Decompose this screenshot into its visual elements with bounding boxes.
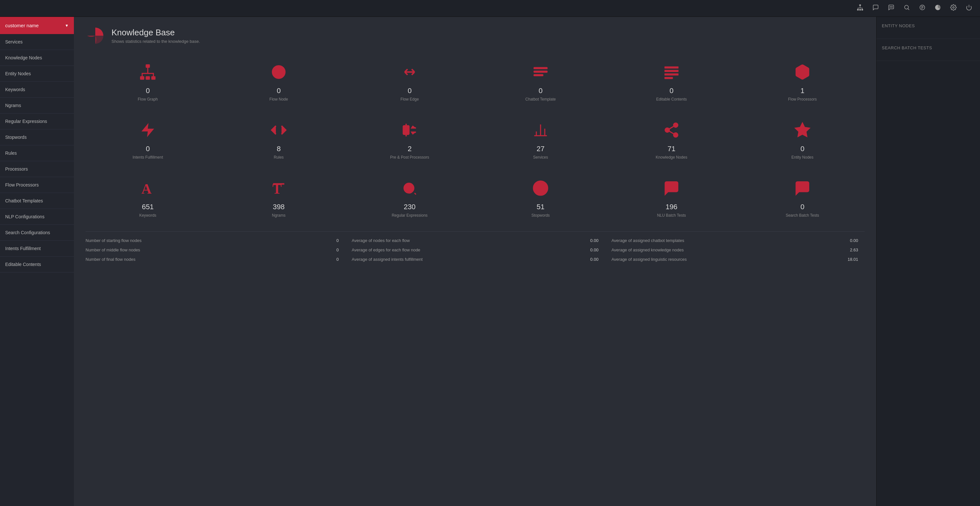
stat-card-keywords[interactable]: A 651 Keywords (86, 173, 210, 222)
stat-card-search-batch-tests[interactable]: 0 Search Batch Tests (740, 173, 865, 222)
svg-rect-17 (533, 74, 543, 77)
stat-label: Average of assigned chatbot templates (611, 238, 684, 243)
search-icon[interactable] (904, 4, 910, 12)
stat-value: 0.00 (590, 247, 598, 252)
stat-value: 0 (336, 247, 339, 252)
bottom-col-1: Number of starting flow nodes 0 Number o… (86, 238, 345, 262)
stat-card-stopwords[interactable]: 51 Stopwords (478, 173, 603, 222)
stat-card-regular-expressions[interactable]: 230 Regular Expressions (347, 173, 472, 222)
settings-icon[interactable] (950, 4, 957, 12)
stat-card-flow-graph[interactable]: 0 Flow Graph (86, 57, 210, 106)
stat-value-entity-nodes: 0 (800, 145, 804, 153)
sidebar-item-entity-nodes[interactable]: Entity Nodes (0, 66, 74, 82)
comment-icon[interactable] (888, 4, 894, 12)
svg-rect-0 (859, 5, 861, 6)
stat-label-rules: Rules (274, 155, 284, 160)
sidebar-item-intents-fulfillment[interactable]: Intents Fulfillment (0, 241, 74, 257)
main-layout: customer name ▼ Services Knowledge Nodes… (0, 17, 980, 506)
sidebar-item-rules[interactable]: Rules (0, 145, 74, 161)
flow-graph-icon (139, 64, 156, 83)
stat-value-regular-expressions: 230 (404, 203, 416, 211)
sidebar-item-chatbot-templates[interactable]: Chatbot Templates (0, 193, 74, 209)
customer-name-item[interactable]: customer name ▼ (0, 17, 74, 34)
stat-label-regular-expressions: Regular Expressions (392, 213, 428, 218)
stat-card-ngrams[interactable]: T 398 Ngrams (216, 173, 341, 222)
stat-value-rules: 8 (277, 145, 281, 153)
svg-point-34 (407, 186, 411, 190)
stat-card-editable-contents[interactable]: 0 Editable Contents (609, 57, 734, 106)
svg-rect-12 (146, 76, 150, 80)
stat-card-intents-fulfillment[interactable]: 0 Intents Fulfillment (86, 115, 210, 164)
stat-card-rules[interactable]: 8 Rules (216, 115, 341, 164)
stat-card-nlu-batch-tests[interactable]: 196 NLU Batch Tests (609, 173, 734, 222)
stat-value-ngrams: 398 (273, 203, 285, 211)
stat-card-knowledge-nodes[interactable]: 71 Knowledge Nodes (609, 115, 734, 164)
org-chart-icon[interactable] (857, 4, 863, 12)
stat-card-flow-edge[interactable]: 0 Flow Edge (347, 57, 472, 106)
sidebar-item-regular-expressions[interactable]: Regular Expressions (0, 113, 74, 129)
sidebar-item-ngrams[interactable]: Ngrams (0, 97, 74, 113)
stat-label: Number of final flow nodes (86, 257, 135, 262)
pie-chart-icon[interactable] (935, 4, 941, 12)
sidebar-item-processors[interactable]: Processors (0, 161, 74, 177)
intents-fulfillment-icon (139, 121, 156, 141)
stat-label: Average of nodes for each flow (352, 238, 410, 243)
stat-card-flow-node[interactable]: 0 Flow Node (216, 57, 341, 106)
knowledge-nodes-icon (663, 121, 680, 141)
stat-value-nlu-batch-tests: 196 (666, 203, 678, 211)
editable-contents-icon (663, 64, 680, 83)
page-header-text: Knowledge Base Shows statistics related … (111, 27, 200, 44)
pre-post-processors-icon (401, 121, 418, 141)
stat-card-flow-processors[interactable]: 1 Flow Processors (740, 57, 865, 106)
chat-bubble-icon[interactable] (872, 4, 879, 12)
stat-label: Number of starting flow nodes (86, 238, 142, 243)
stat-card-entity-nodes[interactable]: 0 Entity Nodes (740, 115, 865, 164)
sidebar-item-nlp-configurations[interactable]: NLP Configurations (0, 209, 74, 225)
stat-value-knowledge-nodes: 71 (668, 145, 675, 153)
sidebar-item-keywords[interactable]: Keywords (0, 82, 74, 97)
sidebar-item-editable-contents[interactable]: Editable Contents (0, 257, 74, 273)
stat-label-entity-nodes: Entity Nodes (791, 155, 813, 160)
stat-row-avg-knowledge-nodes: Average of assigned knowledge nodes 2.63 (611, 247, 858, 252)
stat-label-search-batch-tests: Search Batch Tests (786, 213, 819, 218)
stat-value-flow-graph: 0 (146, 86, 150, 95)
svg-rect-16 (533, 71, 547, 73)
stat-value-editable-contents: 0 (670, 86, 673, 95)
stat-value-flow-node: 0 (277, 86, 281, 95)
svg-rect-11 (140, 76, 144, 80)
stat-label-pre-post-processors: Pre & Post Processors (390, 155, 430, 160)
stat-label: Average of edges for each flow node (352, 247, 420, 252)
speech-icon[interactable] (919, 4, 926, 12)
stat-label-flow-graph: Flow Graph (138, 97, 158, 102)
stat-value-search-batch-tests: 0 (800, 203, 804, 211)
keywords-icon: A (139, 180, 156, 199)
svg-rect-13 (151, 76, 156, 80)
svg-rect-2 (859, 9, 861, 10)
stat-label-flow-processors: Flow Processors (788, 97, 817, 102)
svg-rect-15 (533, 67, 547, 69)
sidebar-item-services[interactable]: Services (0, 34, 74, 50)
flow-node-icon (270, 64, 287, 83)
sidebar-item-stopwords[interactable]: Stopwords (0, 129, 74, 145)
chatbot-template-icon (532, 64, 549, 83)
bottom-col-3: Average of assigned chatbot templates 0.… (605, 238, 865, 262)
sidebar-item-search-configurations[interactable]: Search Configurations (0, 225, 74, 241)
stats-grid-row1: 0 Flow Graph 0 Flow Node 0 Flow Edge (86, 57, 865, 106)
stat-label: Average of assigned linguistic resources (611, 257, 687, 262)
stat-row-avg-linguistic-resources: Average of assigned linguistic resources… (611, 257, 858, 262)
stat-card-chatbot-template[interactable]: 0 Chatbot Template (478, 57, 603, 106)
svg-rect-19 (664, 70, 678, 72)
sidebar-item-knowledge-nodes[interactable]: Knowledge Nodes (0, 50, 74, 66)
regular-expressions-icon (401, 180, 418, 199)
stat-label-stopwords: Stopwords (531, 213, 550, 218)
power-icon[interactable] (966, 4, 972, 12)
knowledge-base-icon (86, 26, 105, 45)
stat-label-flow-node: Flow Node (269, 97, 288, 102)
stat-value-chatbot-template: 0 (539, 86, 542, 95)
stat-card-services[interactable]: 27 Services (478, 115, 603, 164)
svg-point-9 (953, 7, 955, 8)
stat-card-pre-post-processors[interactable]: 2 Pre & Post Processors (347, 115, 472, 164)
rules-icon (270, 121, 287, 141)
sidebar-item-flow-processors[interactable]: Flow Processors (0, 177, 74, 193)
svg-point-29 (674, 133, 678, 137)
